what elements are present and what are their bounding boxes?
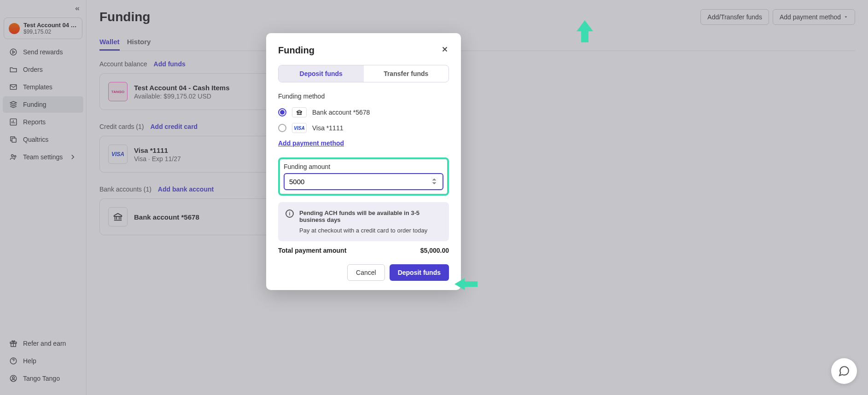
ach-info-box: i Pending ACH funds will be available in…	[278, 202, 449, 241]
radio-unchecked-icon	[278, 124, 286, 132]
radio-checked-icon	[278, 108, 286, 116]
deposit-funds-button[interactable]: Deposit funds	[390, 264, 449, 281]
info-text: Pending ACH funds will be available in 3…	[299, 209, 442, 234]
total-value: $5,000.00	[420, 247, 449, 254]
tab-deposit-funds[interactable]: Deposit funds	[279, 65, 364, 82]
method-label: Visa *1111	[312, 124, 343, 132]
method-bank[interactable]: Bank account *5678	[278, 105, 449, 120]
funding-method-label: Funding method	[278, 93, 449, 100]
funding-amount-label: Funding amount	[284, 163, 443, 170]
chat-icon	[838, 365, 850, 377]
close-icon	[441, 45, 449, 53]
funding-amount-input[interactable]	[284, 173, 443, 190]
cancel-button[interactable]: Cancel	[347, 264, 385, 281]
modal-tabs: Deposit funds Transfer funds	[278, 65, 449, 82]
modal-footer: Cancel Deposit funds	[278, 264, 449, 281]
tab-transfer-funds[interactable]: Transfer funds	[364, 65, 449, 82]
modal-close-button[interactable]	[441, 45, 449, 56]
info-icon: i	[285, 209, 294, 218]
method-visa[interactable]: VISA Visa *1111	[278, 120, 449, 136]
annotation-arrow-left	[454, 278, 478, 290]
modal-title: Funding	[278, 45, 315, 56]
info-sub: Pay at checkout with a credit card to or…	[299, 227, 442, 234]
bank-mini-icon	[292, 107, 307, 117]
add-payment-method-link[interactable]: Add payment method	[278, 139, 344, 147]
annotation-arrow-up	[576, 20, 594, 42]
funding-modal: Funding Deposit funds Transfer funds Fun…	[266, 33, 461, 290]
total-row: Total payment amount $5,000.00	[278, 247, 449, 254]
chat-support-button[interactable]	[831, 358, 857, 384]
info-bold: Pending ACH funds will be available in 3…	[299, 209, 442, 223]
funding-amount-highlight: Funding amount	[278, 157, 449, 196]
visa-mini-icon: VISA	[292, 123, 307, 133]
method-label: Bank account *5678	[312, 109, 370, 116]
modal-header: Funding	[278, 45, 449, 56]
total-label: Total payment amount	[278, 247, 346, 254]
